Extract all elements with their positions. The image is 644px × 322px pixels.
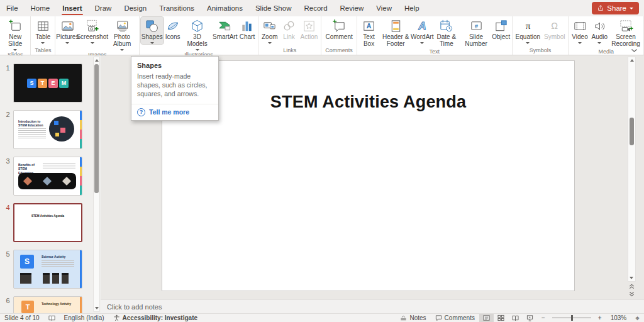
ribbon-group-slides: New Slide Slides [0, 16, 31, 55]
scroll-up-icon[interactable] [95, 59, 99, 62]
menu-tab-help[interactable]: Help [398, 0, 426, 16]
normal-view-icon [483, 314, 490, 321]
slide-3-mini-body [43, 163, 75, 170]
video-button[interactable]: Video [570, 17, 589, 44]
next-slide-button[interactable] [629, 291, 635, 297]
smartart-button[interactable]: SmartArt [212, 17, 238, 41]
slide-4-thumbnail-selected[interactable]: STEM Activities Agenda [13, 203, 82, 242]
puzzle-letter-t: T [38, 79, 47, 88]
group-label-text: Text [358, 48, 511, 55]
accessibility-button[interactable]: Accessibility: Investigate [109, 314, 203, 321]
date-time-button[interactable]: Date & Time [432, 17, 460, 48]
tell-me-more-link[interactable]: Tell me more [149, 108, 189, 116]
wordart-button[interactable]: A WordArt [412, 17, 432, 44]
share-button[interactable]: Share [592, 2, 639, 14]
new-slide-button[interactable]: New Slide [1, 17, 29, 51]
thumbnail-row-3: 3 Benefits of STEM Education [3, 157, 101, 196]
text-box-button[interactable]: A Text Box [358, 17, 379, 48]
table-caret-icon [41, 42, 45, 44]
previous-slide-button[interactable] [629, 284, 635, 289]
slide-number-button[interactable]: # Slide Number [460, 17, 491, 48]
scroll-down-icon[interactable] [95, 307, 99, 309]
thumbnail-scrollbar-thumb[interactable] [94, 64, 99, 193]
slide-number-label: Slide Number [462, 34, 489, 48]
screenshot-button[interactable]: Screenshot [78, 17, 106, 44]
menu-tab-review[interactable]: Review [334, 0, 370, 16]
audio-caret-icon [597, 42, 601, 44]
audio-button[interactable]: Audio [590, 17, 609, 44]
header-footer-button[interactable]: Header & Footer [379, 17, 412, 48]
slide-5-thumbnail[interactable]: S Science Activity [13, 250, 82, 289]
symbol-label: Symbol [544, 34, 565, 41]
menu-bar: File Home Insert Draw Design Transitions… [0, 0, 644, 16]
menu-tab-record[interactable]: Record [297, 0, 333, 16]
object-button[interactable]: Object [492, 17, 511, 41]
notes-toggle-button[interactable]: Notes [396, 314, 430, 321]
menu-tab-home[interactable]: Home [25, 0, 57, 16]
menu-tab-draw[interactable]: Draw [89, 0, 118, 16]
menu-tab-insert[interactable]: Insert [56, 0, 88, 16]
zoom-level[interactable]: 103% [606, 314, 631, 321]
menu-tab-transitions[interactable]: Transitions [153, 0, 201, 16]
notes-icon [400, 314, 407, 321]
new-slide-icon [8, 19, 23, 33]
chart-button[interactable]: Chart [238, 17, 257, 41]
slide-editor[interactable]: STEM Activities Agenda [162, 60, 575, 291]
menu-tab-file[interactable]: File [0, 0, 25, 16]
slide-title-text[interactable]: STEM Activities Agenda [162, 92, 574, 112]
language-button[interactable]: English (India) [60, 314, 109, 321]
scroll-down-icon[interactable] [630, 277, 633, 279]
scroll-up-icon[interactable] [630, 59, 634, 62]
normal-view-button[interactable] [479, 314, 494, 322]
equation-button[interactable]: π Equation [514, 17, 542, 44]
slide-show-view-button[interactable] [523, 314, 537, 322]
collapse-ribbon-icon[interactable] [631, 48, 638, 53]
comments-toggle-button[interactable]: Comments [431, 314, 479, 321]
icons-button[interactable]: Icons [164, 17, 182, 41]
notes-pane[interactable]: Click to add notes [101, 299, 644, 313]
wordart-icon: A [415, 19, 430, 33]
audio-icon [592, 19, 607, 33]
slide-indicator: Slide 4 of 10 [0, 314, 44, 321]
table-button[interactable]: Table [33, 17, 52, 44]
slide-6-thumbnail[interactable]: T Technology Activity [13, 296, 82, 313]
slide-2-thumbnail[interactable]: Introduction to STEM Education [13, 110, 82, 149]
slide-5-photo [62, 273, 69, 284]
menu-tab-animations[interactable]: Animations [201, 0, 249, 16]
screen-recording-button[interactable]: Screen Recording [609, 17, 642, 48]
zoom-out-button[interactable]: − [537, 314, 550, 321]
group-label-tables: Tables [32, 47, 53, 55]
symbol-button: Ω Symbol [542, 17, 567, 41]
zoom-slider-thumb[interactable] [571, 315, 573, 321]
comment-button[interactable]: Comment [323, 17, 354, 41]
zoom-label: Zoom [262, 34, 278, 41]
thumbnail-scrollbar[interactable] [93, 57, 100, 312]
pictures-icon [60, 19, 75, 33]
pictures-button[interactable]: Pictures [57, 17, 78, 44]
menu-tab-view[interactable]: View [370, 0, 398, 16]
smartart-icon [218, 19, 232, 33]
menu-tab-design[interactable]: Design [118, 0, 153, 16]
fit-slide-button[interactable]: ⌖ [631, 314, 644, 322]
shapes-button[interactable]: Shapes [141, 17, 164, 44]
three-d-models-button[interactable]: 3D Models [182, 17, 213, 51]
reading-view-icon [512, 314, 519, 321]
photo-album-button[interactable]: Photo Album [106, 17, 138, 51]
ribbon-group-images: Pictures Screenshot Photo Album Images [55, 16, 139, 55]
notes-placeholder[interactable]: Click to add notes [107, 303, 162, 311]
zoom-button[interactable]: Zoom [260, 17, 280, 44]
menu-tab-slide-show[interactable]: Slide Show [249, 0, 298, 16]
spellcheck-button[interactable] [44, 314, 60, 321]
slide-3-thumbnail[interactable]: Benefits of STEM Education [13, 157, 82, 196]
canvas-scrollbar[interactable] [628, 57, 636, 282]
zoom-in-button[interactable]: + [594, 314, 606, 321]
share-label: Share [607, 4, 626, 12]
zoom-slider[interactable] [552, 318, 591, 318]
canvas-scrollbar-thumb[interactable] [630, 118, 634, 145]
puzzle-letter-m: M [59, 79, 69, 88]
chart-label: Chart [240, 34, 255, 41]
slide-sorter-view-button[interactable] [494, 314, 508, 322]
slide-1-thumbnail[interactable]: S T E M [13, 64, 82, 103]
icons-label: Icons [165, 34, 180, 41]
reading-view-button[interactable] [508, 314, 523, 322]
